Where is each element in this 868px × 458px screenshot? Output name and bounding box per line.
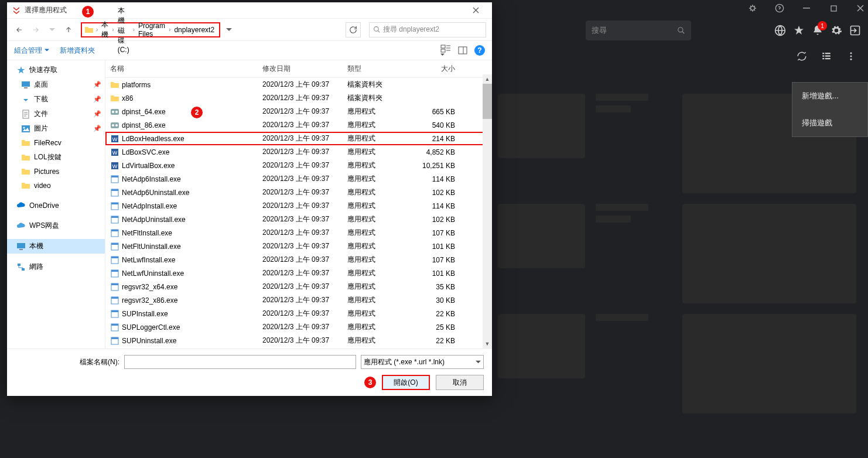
sidebar-filerecv[interactable]: FileRecv — [7, 136, 105, 150]
file-row[interactable]: NetAdpUninstall.exe2020/12/3 上午 09:37應用程… — [105, 213, 492, 226]
dialog-close-button[interactable] — [464, 3, 487, 18]
sidebar-label: 下載 — [34, 94, 48, 104]
maximize-icon[interactable] — [828, 3, 839, 13]
file-row[interactable]: NetFltUninstall.exe2020/12/3 上午 09:37應用程… — [105, 240, 492, 253]
sidebar-lolkeys[interactable]: LOL按鍵 — [7, 150, 105, 165]
dialog-titlebar: 選擇應用程式 — [7, 2, 492, 19]
file-row[interactable]: x862020/12/3 上午 09:37檔案資料夾 — [105, 91, 492, 105]
sidebar-label: 網路 — [29, 262, 43, 272]
newfolder-button[interactable]: 新增資料夾 — [60, 46, 95, 56]
view-options-button[interactable] — [440, 45, 451, 57]
sidebar-pictures-folder[interactable]: Pictures — [7, 165, 105, 179]
crumb-programfiles[interactable]: Program Files — [136, 20, 168, 39]
file-name: regsvr32_x86.exe — [122, 296, 177, 305]
crumb-folder[interactable]: dnplayerext2 — [172, 25, 217, 35]
nav-up-button[interactable] — [62, 23, 75, 36]
svg-rect-67 — [111, 337, 118, 339]
minimize-icon[interactable] — [801, 3, 812, 13]
more-icon[interactable] — [846, 51, 856, 61]
file-row[interactable]: NetAdpInstall.exe2020/12/3 上午 09:37應用程式1… — [105, 199, 492, 213]
sidebar-documents[interactable]: 文件📌 — [7, 107, 105, 121]
file-type: 應用程式 — [343, 267, 407, 279]
vertical-scrollbar[interactable]: ▲ ▼ — [483, 74, 492, 348]
refresh-button[interactable] — [346, 22, 361, 37]
file-row[interactable]: NetAdp6Uninstall.exe2020/12/3 上午 09:37應用… — [105, 186, 492, 199]
sidebar-pictures[interactable]: 圖片📌 — [7, 121, 105, 136]
dialog-search-box[interactable]: 搜尋 dnplayerext2 — [369, 22, 486, 37]
file-type: 應用程式 — [343, 159, 407, 172]
organize-button[interactable]: 組合管理 — [14, 46, 49, 56]
file-row[interactable]: tstAnimate.exe2020/12/3 上午 09:37應用程式47 K… — [105, 347, 492, 348]
file-type: 應用程式 — [343, 186, 407, 199]
file-row[interactable]: dpinst_86.exe2020/12/3 上午 09:37應用程式540 K… — [105, 118, 492, 132]
crumb-root[interactable]: 本機 — [99, 19, 111, 41]
list-icon[interactable] — [821, 51, 832, 61]
gear-icon[interactable] — [829, 23, 843, 37]
login-icon[interactable] — [848, 23, 862, 37]
nav-forward-button[interactable] — [29, 23, 42, 36]
close-icon[interactable] — [855, 3, 866, 13]
file-filter-select[interactable]: 應用程式 (*.exe *.url *.lnk) — [361, 355, 484, 369]
bug-icon[interactable] — [747, 3, 758, 13]
file-size: 22 KB — [407, 336, 460, 346]
sidebar-downloads[interactable]: 下載📌 — [7, 92, 105, 107]
bell-icon[interactable]: 1 — [811, 23, 825, 37]
col-header-date[interactable]: 修改日期 — [258, 63, 343, 75]
cancel-button[interactable]: 取消 — [436, 375, 484, 390]
sync-icon[interactable] — [797, 51, 807, 61]
filename-input[interactable] — [124, 355, 356, 369]
file-row[interactable]: NetLwfInstall.exe2020/12/3 上午 09:37應用程式1… — [105, 253, 492, 266]
svg-rect-53 — [111, 243, 118, 245]
file-row[interactable]: platforms2020/12/3 上午 09:37檔案資料夾 — [105, 78, 492, 91]
svg-rect-3 — [831, 6, 836, 11]
globe-icon[interactable] — [773, 23, 787, 37]
file-row[interactable]: WLdBoxSVC.exe2020/12/3 上午 09:37應用程式4,852… — [105, 145, 492, 159]
scroll-down-arrow[interactable]: ▼ — [483, 339, 492, 348]
file-row[interactable]: WLdVirtualBox.exe2020/12/3 上午 09:37應用程式1… — [105, 159, 492, 172]
file-row[interactable]: NetFltInstall.exe2020/12/3 上午 09:37應用程式1… — [105, 226, 492, 240]
file-row[interactable]: regsvr32_x64.exe2020/12/3 上午 09:37應用程式35… — [105, 280, 492, 293]
file-row[interactable]: NetLwfUninstall.exe2020/12/3 上午 09:37應用程… — [105, 266, 492, 280]
bg-search-box[interactable]: 搜尋 — [586, 20, 691, 40]
preview-pane-button[interactable] — [458, 46, 467, 54]
nav-recent-button[interactable] — [46, 23, 59, 36]
file-size: 102 KB — [407, 214, 460, 225]
breadcrumb-dropdown[interactable] — [226, 27, 237, 33]
svg-rect-17 — [441, 45, 445, 48]
file-row[interactable]: SUPInstall.exe2020/12/3 上午 09:37應用程式22 K… — [105, 307, 492, 320]
help-icon[interactable] — [774, 3, 785, 13]
star-icon[interactable] — [792, 23, 806, 37]
menu-scan-game[interactable]: 掃描遊戲 — [792, 110, 867, 136]
folder-icon — [21, 138, 30, 148]
breadcrumb-bar[interactable]: › 本機 › 本機磁碟 (C:) › Program Files › dnpla… — [81, 22, 220, 37]
file-name: NetLwfUninstall.exe — [122, 269, 184, 278]
menu-add-game[interactable]: 新增遊戲... — [792, 83, 867, 110]
sidebar-video[interactable]: video — [7, 179, 105, 193]
svg-rect-9 — [822, 56, 824, 57]
sidebar-wps[interactable]: WPS网盘 — [7, 218, 105, 233]
file-size: 107 KB — [407, 255, 460, 265]
file-row[interactable]: WLdBoxHeadless.exe2020/12/3 上午 09:37應用程式… — [105, 132, 492, 145]
open-button[interactable]: 開啟(O) — [382, 375, 430, 390]
nav-back-button[interactable] — [13, 23, 26, 36]
sidebar-desktop[interactable]: 桌面📌 — [7, 77, 105, 92]
scroll-thumb[interactable] — [483, 84, 492, 119]
sidebar-thispc[interactable]: 本機 — [7, 239, 105, 254]
svg-rect-18 — [441, 49, 445, 52]
svg-point-35 — [115, 124, 118, 127]
sidebar-network[interactable]: 網路 — [7, 259, 105, 274]
file-row[interactable]: SUPUninstall.exe2020/12/3 上午 09:37應用程式22… — [105, 334, 492, 347]
scroll-up-arrow[interactable]: ▲ — [483, 74, 492, 84]
file-row[interactable]: dpinst_64.exe2020/12/3 上午 09:37應用程式665 K… — [105, 105, 492, 118]
sidebar-onedrive[interactable]: OneDrive — [7, 199, 105, 213]
file-row[interactable]: NetAdp6Install.exe2020/12/3 上午 09:37應用程式… — [105, 172, 492, 186]
file-row[interactable]: regsvr32_x86.exe2020/12/3 上午 09:37應用程式30… — [105, 293, 492, 307]
sidebar-quickaccess[interactable]: 快速存取 — [7, 63, 105, 77]
file-size: 102 KB — [407, 187, 460, 198]
help-button[interactable]: ? — [474, 45, 485, 56]
sidebar-label: Pictures — [34, 168, 59, 176]
col-header-type[interactable]: 類型 — [343, 63, 407, 75]
file-row[interactable]: SUPLoggerCtl.exe2020/12/3 上午 09:37應用程式25… — [105, 320, 492, 334]
col-header-size[interactable]: 大小 — [407, 63, 460, 75]
col-header-name[interactable]: 名稱 — [105, 63, 258, 75]
